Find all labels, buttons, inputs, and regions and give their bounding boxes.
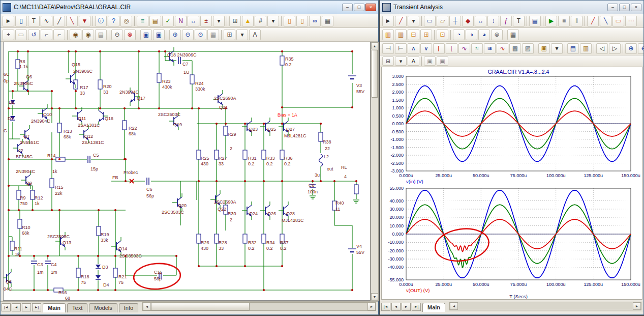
hscroll-right-icon[interactable]: ►	[367, 303, 376, 310]
inductor[interactable]	[319, 154, 323, 166]
component-label[interactable]: 0.2	[280, 246, 287, 251]
component-label[interactable]: 33k	[101, 238, 108, 243]
transistor[interactable]	[260, 202, 270, 220]
component-label[interactable]: 55V	[356, 89, 364, 94]
tab-nav-1[interactable]: ◄	[391, 303, 401, 311]
component-label[interactable]: R12	[35, 195, 43, 200]
resistor[interactable]	[262, 234, 266, 243]
component-label[interactable]: Bias = 1A	[278, 112, 297, 118]
component-label[interactable]: 2SA1381C	[78, 123, 100, 128]
resistor[interactable]	[262, 150, 266, 159]
component-label[interactable]: R30	[228, 211, 236, 216]
hscroll-left-icon[interactable]: ◄	[450, 302, 458, 310]
run-icon[interactable]: ▶	[545, 16, 557, 26]
schematic-vscrollbar[interactable]: ▲ ▼	[371, 42, 379, 301]
component-label[interactable]: L2	[324, 154, 329, 159]
grid-icon[interactable]: #	[255, 16, 266, 26]
capacitor[interactable]	[177, 56, 181, 65]
component-label[interactable]: R25	[201, 156, 209, 161]
hscroll-track[interactable]	[250, 303, 367, 310]
component-label[interactable]: Q19	[173, 122, 182, 127]
component-label[interactable]: 22	[325, 146, 330, 151]
zoom-window-icon[interactable]: ▭	[424, 16, 436, 26]
component-label[interactable]: 1m	[51, 270, 57, 275]
component-label[interactable]: 33	[219, 161, 224, 166]
calculator-icon[interactable]: ▦	[322, 16, 333, 26]
component-label[interactable]: R32	[248, 240, 257, 245]
tab-nav-1[interactable]: ◄	[12, 303, 21, 311]
resistor[interactable]	[243, 150, 247, 159]
component-label[interactable]: 2N3904C	[119, 90, 139, 95]
cursor-preview-icon[interactable]: ⊡	[437, 30, 448, 40]
component-label[interactable]: R13	[64, 129, 72, 134]
global-high-icon[interactable]: ≈	[471, 43, 483, 54]
component-label[interactable]: Q21	[219, 105, 228, 110]
component-label[interactable]: D2	[9, 100, 15, 105]
buffer-icon[interactable]: ▨	[522, 43, 534, 54]
resistor[interactable]	[197, 234, 201, 243]
component-label[interactable]: C8	[309, 183, 315, 188]
component-label[interactable]: 15p	[90, 166, 98, 171]
text-icon[interactable]: T	[28, 16, 40, 26]
flip-vertical-icon[interactable]: ⌐	[53, 30, 65, 40]
grid-dropdown-icon[interactable]: ▾	[395, 56, 407, 66]
horizontal-tag-icon[interactable]: ↔	[475, 16, 486, 26]
diode[interactable]	[96, 265, 101, 269]
new-page-icon[interactable]: ▯	[284, 16, 295, 26]
tolerance-icon[interactable]: ±	[200, 16, 212, 26]
mode-icon[interactable]: ⊞	[229, 16, 241, 26]
component-label[interactable]: R24	[195, 81, 204, 86]
component-label[interactable]: J2	[18, 148, 23, 153]
component-label[interactable]: 0.2	[266, 161, 273, 166]
component-label[interactable]: MJL4281C	[282, 218, 304, 223]
component-label[interactable]: 75	[81, 280, 86, 285]
vscroll-track[interactable]	[371, 98, 378, 293]
component-label[interactable]: 2N5551C	[20, 140, 40, 145]
component-label[interactable]: Q16	[105, 116, 113, 121]
component-label[interactable]: 68k	[64, 134, 71, 139]
component-label[interactable]: Q23	[249, 127, 258, 132]
zoom-scale-icon[interactable]: ⊙	[195, 30, 206, 40]
measure-icon[interactable]: ↔	[188, 16, 199, 26]
hscroll-left-icon[interactable]: ◄	[143, 303, 151, 310]
inflection-icon[interactable]: ∿	[458, 43, 470, 54]
tab-nav-2[interactable]: ►	[22, 303, 31, 311]
minimize-button[interactable]: –	[342, 4, 353, 11]
tag-left-icon[interactable]: ⊣	[382, 43, 394, 54]
component-label[interactable]: 33	[103, 90, 108, 95]
component-label[interactable]: R14	[47, 153, 56, 158]
copy-icon[interactable]: ▣	[424, 56, 436, 66]
component-label[interactable]: 0.2	[284, 161, 291, 166]
grid-dropdown-icon[interactable]: ▾	[267, 16, 279, 26]
restore-button[interactable]: □	[619, 4, 630, 11]
component-label[interactable]: 6C	[4, 72, 10, 77]
component-label[interactable]: 4	[344, 174, 347, 179]
text-attr-icon[interactable]: A	[249, 30, 261, 40]
component-label[interactable]: 0.2	[248, 161, 255, 166]
component-label[interactable]: 3k	[15, 252, 20, 257]
resistor[interactable]	[76, 268, 80, 277]
image-icon[interactable]: ▦	[207, 30, 219, 40]
resistor[interactable]	[190, 75, 194, 84]
resistor[interactable]	[319, 132, 323, 141]
watch-icon[interactable]: ◔	[453, 30, 465, 40]
data-points-icon[interactable]: ⋯	[625, 16, 637, 26]
performance-tag-icon[interactable]: ƒ	[500, 16, 512, 26]
resistor[interactable]	[243, 234, 247, 243]
component-label[interactable]: R9	[20, 195, 26, 200]
component-label[interactable]: 2N3904C	[31, 119, 51, 124]
hatch-icon[interactable]: ▩	[509, 43, 521, 54]
tab-main[interactable]: Main	[422, 303, 445, 312]
component-label[interactable]: 68k	[129, 131, 136, 136]
resistor[interactable]	[50, 179, 54, 188]
close-button[interactable]: ×	[631, 4, 641, 11]
resistor[interactable]	[98, 80, 102, 89]
component-label[interactable]: 68k	[22, 231, 29, 236]
component-label[interactable]: 55V	[356, 250, 364, 255]
resistor[interactable]	[10, 241, 14, 250]
component-label[interactable]: R35	[285, 56, 294, 62]
component-label[interactable]: R36	[284, 156, 293, 161]
resistor[interactable]	[214, 150, 219, 159]
component-label[interactable]: R19	[101, 232, 109, 237]
component-icon[interactable]: ▯	[15, 16, 27, 26]
